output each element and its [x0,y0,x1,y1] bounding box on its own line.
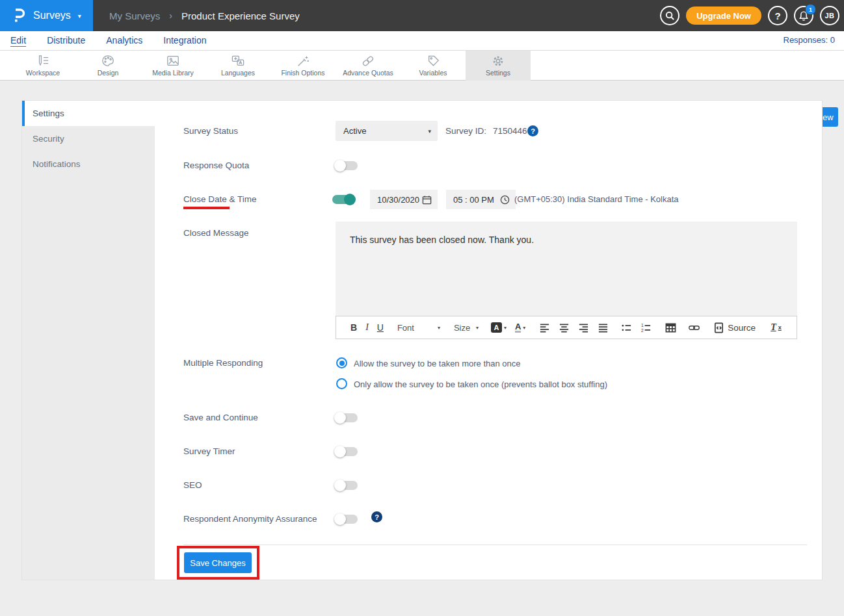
notifications-button[interactable]: 1 [794,6,813,25]
table-icon [665,322,676,333]
toolbar-item-label: Settings [486,69,510,77]
radio-only-once-label[interactable]: Only allow the survey to be taken once (… [354,379,607,389]
align-right-button[interactable] [578,322,589,333]
toolbar-item-advance-quotas[interactable]: Advance Quotas [336,51,401,81]
search-button[interactable] [660,6,679,25]
radio-multiple-allowed-label[interactable]: Allow the survey to be taken more than o… [354,359,521,368]
chevron-down-icon: ▾ [523,325,525,331]
radio-only-once[interactable] [336,378,347,389]
toolbar-item-label: Languages [221,69,255,77]
tab-distribute[interactable]: Distribute [47,35,85,47]
text-color-letter: A [515,322,521,333]
variables-tag-icon [426,55,440,68]
timezone-text: (GMT+05:30) India Standard Time - Kolkat… [514,194,679,204]
seo-toggle[interactable] [336,481,358,490]
source-label: Source [728,323,756,333]
chevron-down-icon: ▾ [428,128,431,135]
topbar-actions: Upgrade Now ? 1 JB [660,6,839,25]
toolbar-item-variables[interactable]: Variables [401,51,466,81]
notification-count-badge: 1 [805,4,816,15]
underline-button[interactable]: U [377,322,384,333]
toolbar-item-design[interactable]: Design [75,51,140,81]
finish-options-wand-icon [296,55,310,68]
close-date-annotation-underline [183,207,230,209]
questionpro-logo-icon [13,8,27,23]
rich-text-toolbar: B I U Font ▾ Size ▾ A ▾ A ▾ [336,316,797,339]
calendar-icon [422,195,432,205]
survey-id-value: 7150446 [493,126,527,136]
size-dropdown[interactable]: Size ▾ [454,323,479,333]
insert-link-button[interactable] [689,322,700,333]
survey-timer-toggle[interactable] [336,447,358,456]
tab-integration[interactable]: Integration [163,35,206,47]
source-button[interactable]: Source [713,322,756,333]
survey-status-dropdown[interactable]: Active ▾ [336,121,438,141]
background-color-button[interactable]: A ▾ [491,322,507,333]
italic-button[interactable]: I [365,322,369,333]
toolbar-item-settings[interactable]: Settings [466,51,531,81]
align-center-button[interactable] [559,322,570,333]
sidebar-item-notifications[interactable]: Notifications [22,151,155,177]
tab-edit[interactable]: Edit [10,35,26,47]
radio-multiple-allowed[interactable] [336,357,347,368]
save-and-continue-label: Save and Continue [183,413,258,422]
bullet-list-button[interactable] [621,322,632,333]
close-date-value: 10/30/2020 [377,195,419,205]
closed-message-textarea[interactable]: This survey has been closed now. Thank y… [336,222,797,316]
seo-label: SEO [183,480,202,490]
responses-count: Responses: 0 [784,35,836,45]
close-date-field[interactable]: 10/30/2020 [370,190,438,209]
toolbar-item-label: Finish Options [281,69,324,77]
survey-id-help-icon[interactable]: ? [527,125,538,136]
settings-gear-icon [491,55,505,68]
close-time-value: 05 : 00 PM [453,195,494,205]
text-color-button[interactable]: A ▾ [515,322,525,333]
app-logo-menu[interactable]: Surveys ▾ [0,0,93,31]
breadcrumb: My Surveys › Product Experience Survey [109,0,300,31]
toolbar-item-workspace[interactable]: Workspace [10,51,75,81]
bold-button[interactable]: B [350,322,357,333]
toolbar-item-label: Workspace [26,69,60,77]
save-changes-button[interactable]: Save Changes [184,552,252,573]
help-button[interactable]: ? [768,6,787,25]
breadcrumb-my-surveys[interactable]: My Surveys [109,10,160,21]
chevron-down-icon: ▾ [438,325,440,331]
settings-panel: Settings Security Notifications Survey S… [21,100,823,580]
respondent-anonymity-toggle[interactable] [336,515,358,524]
close-time-field[interactable]: 05 : 00 PM [446,190,516,209]
survey-status-label: Survey Status [183,126,238,136]
toolbar-item-finish-options[interactable]: Finish Options [270,51,336,81]
upgrade-now-button[interactable]: Upgrade Now [686,6,761,25]
align-justify-button[interactable] [598,322,609,333]
product-name: Surveys [33,10,71,21]
link-icon [689,322,700,333]
align-left-button[interactable] [539,322,550,333]
size-dropdown-label: Size [454,323,470,333]
tab-analytics[interactable]: Analytics [106,35,142,47]
respondent-anonymity-help-icon[interactable]: ? [371,511,382,522]
font-dropdown[interactable]: Font ▾ [397,323,440,333]
source-icon [713,322,724,333]
sidebar-item-security[interactable]: Security [22,126,155,151]
toolbar-item-languages[interactable]: Languages [205,51,270,81]
design-palette-icon [101,55,115,68]
svg-text:1: 1 [641,323,644,327]
insert-table-button[interactable] [665,322,676,333]
survey-id-label: Survey ID: [445,126,486,136]
response-quota-toggle[interactable] [336,161,358,170]
multiple-responding-label: Multiple Responding [183,358,263,368]
svg-text:2: 2 [641,328,644,333]
save-and-continue-toggle[interactable] [336,413,358,422]
close-date-time-toggle[interactable] [332,195,354,204]
toolbar-item-label: Design [98,69,119,77]
survey-nav: Edit Distribute Analytics Integration [0,31,844,51]
toolbar-item-label: Variables [419,69,447,77]
remove-format-button[interactable]: Tx [771,322,782,333]
font-dropdown-label: Font [397,323,414,333]
align-justify-icon [598,322,609,333]
sidebar-item-settings[interactable]: Settings [22,101,155,126]
breadcrumb-separator: › [169,10,172,21]
numbered-list-button[interactable]: 12 [640,322,652,333]
toolbar-item-media-library[interactable]: Media Library [140,51,205,81]
user-avatar[interactable]: JB [820,6,839,25]
